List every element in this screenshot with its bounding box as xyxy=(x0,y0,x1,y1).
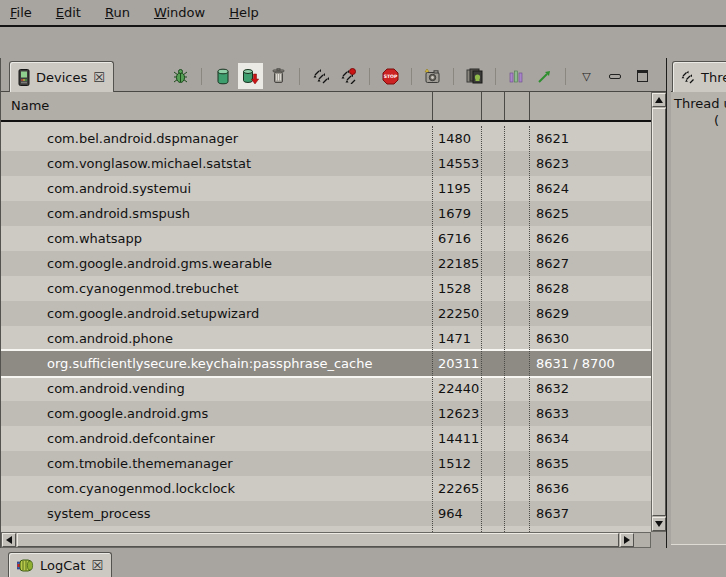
scroll-up-button[interactable] xyxy=(652,93,666,107)
cell-c3 xyxy=(481,251,504,276)
cell-pid: 22250 xyxy=(432,301,481,326)
tab-devices-close-icon[interactable]: ☒ xyxy=(93,71,105,84)
header-column-divider[interactable] xyxy=(432,92,433,120)
cell-name: com.android.smspush xyxy=(1,201,432,226)
menu-item-run[interactable]: Run xyxy=(105,5,130,20)
screen-capture-icon[interactable] xyxy=(423,66,442,86)
update-heap-icon[interactable] xyxy=(213,66,232,86)
table-row[interactable]: com.bel.android.dspmanager14808621 xyxy=(1,126,651,151)
devices-tab-row: Devices ☒ xyxy=(1,58,666,92)
cell-pid: 6716 xyxy=(432,226,481,251)
stop-process-icon[interactable]: STOP xyxy=(381,66,400,86)
view-menu-icon[interactable]: ▽ xyxy=(577,66,596,86)
scroll-down-button[interactable] xyxy=(652,517,666,531)
header-column-divider[interactable] xyxy=(481,92,482,120)
cell-c4 xyxy=(504,401,529,426)
table-row[interactable]: com.android.vending224408632 xyxy=(1,376,651,401)
systrace-icon[interactable] xyxy=(507,66,526,86)
table-row[interactable]: com.google.android.gms126238633 xyxy=(1,401,651,426)
table-row[interactable]: com.android.systemui11958624 xyxy=(1,176,651,201)
threads-message-line1: Thread up xyxy=(674,96,726,111)
cell-pid: 14411 xyxy=(432,426,481,451)
menu-item-window[interactable]: Window xyxy=(154,5,205,20)
column-header-name[interactable]: Name xyxy=(1,98,49,113)
table-row[interactable]: com.google.android.setupwizard222508629 xyxy=(1,301,651,326)
debug-attach-icon[interactable] xyxy=(171,66,190,86)
bottom-bar: LogCat ☒ xyxy=(0,548,726,577)
scroll-left-button[interactable] xyxy=(2,533,16,547)
table-row[interactable]: com.cyanogenmod.trebuchet15288628 xyxy=(1,276,651,301)
menu-item-file[interactable]: File xyxy=(10,5,32,20)
cell-name: com.vonglasow.michael.satstat xyxy=(1,151,432,176)
table-row[interactable]: com.android.phone14718630 xyxy=(1,326,651,351)
cell-name: com.android.phone xyxy=(1,326,432,351)
cell-name: com.bel.android.dspmanager xyxy=(1,126,432,151)
table-row[interactable]: com.android.smspush16798625 xyxy=(1,201,651,226)
cell-name: com.android.defcontainer xyxy=(1,426,432,451)
cell-c4 xyxy=(504,276,529,301)
column-divider xyxy=(529,126,530,532)
cell-pid: 1679 xyxy=(432,201,481,226)
threads-tab-row: Threa xyxy=(671,58,726,92)
table-row[interactable]: com.google.android.gms.wearable221858627 xyxy=(1,251,651,276)
devices-view: Devices ☒ xyxy=(0,58,666,548)
menu-item-edit[interactable]: Edit xyxy=(56,5,81,20)
scroll-right-button[interactable] xyxy=(620,533,634,547)
cell-port: 8629 xyxy=(529,301,651,326)
cell-pid: 14553 xyxy=(432,151,481,176)
cell-c4 xyxy=(504,501,529,526)
table-row-selected[interactable]: org.sufficientlysecure.keychain:passphra… xyxy=(1,351,651,376)
cell-pid: 1195 xyxy=(432,176,481,201)
horizontal-scrollbar[interactable] xyxy=(1,532,651,548)
tab-threads[interactable]: Threa xyxy=(672,61,726,92)
toolbar-separator xyxy=(299,68,300,85)
cell-c3 xyxy=(481,326,504,351)
table-row[interactable]: com.cyanogenmod.lockclock222658636 xyxy=(1,476,651,501)
table-row[interactable]: com.whatsapp67168626 xyxy=(1,226,651,251)
cell-name: com.tmobile.thememanager xyxy=(1,451,432,476)
cell-c4 xyxy=(504,126,529,151)
table-row[interactable]: com.android.defcontainer144118634 xyxy=(1,426,651,451)
table-row[interactable]: system_process9648637 xyxy=(1,501,651,526)
screen-views-icon[interactable] xyxy=(465,66,484,86)
main-area: Devices ☒ xyxy=(0,58,726,548)
horizontal-scrollbar-thumb[interactable] xyxy=(17,533,619,547)
threads-view: Threa Thread up ( xyxy=(671,58,726,548)
maximize-icon[interactable] xyxy=(633,66,652,86)
update-threads-icon[interactable] xyxy=(311,66,330,86)
cell-port: 8627 xyxy=(529,251,651,276)
device-phone-icon xyxy=(18,69,30,86)
cell-c3 xyxy=(481,376,504,401)
cell-name: com.cyanogenmod.trebuchet xyxy=(1,276,432,301)
tab-devices-label: Devices xyxy=(36,70,87,85)
cell-pid: 20311 xyxy=(432,351,481,376)
start-method-profiling-icon[interactable] xyxy=(339,66,358,86)
opengl-trace-icon[interactable] xyxy=(535,66,554,86)
minimize-icon[interactable] xyxy=(605,66,624,86)
cell-name: com.cyanogenmod.lockclock xyxy=(1,476,432,501)
cell-c4 xyxy=(504,176,529,201)
threads-content: Thread up ( xyxy=(671,92,726,545)
toolbar-separator xyxy=(565,68,566,85)
cell-c3 xyxy=(481,126,504,151)
menu-item-help[interactable]: Help xyxy=(229,5,259,20)
vertical-scrollbar-thumb[interactable] xyxy=(652,108,666,516)
tab-devices[interactable]: Devices ☒ xyxy=(9,61,114,92)
table-row[interactable]: com.vonglasow.michael.satstat145538623 xyxy=(1,151,651,176)
vertical-scrollbar[interactable] xyxy=(651,92,667,532)
table-row[interactable]: com.tmobile.thememanager15128635 xyxy=(1,451,651,476)
svg-text:STOP: STOP xyxy=(384,74,398,79)
tab-logcat[interactable]: LogCat ☒ xyxy=(8,552,112,577)
cell-c3 xyxy=(481,276,504,301)
device-table-header[interactable]: Name xyxy=(1,92,651,122)
cause-gc-icon[interactable] xyxy=(269,66,288,86)
dump-hprof-icon[interactable] xyxy=(241,66,260,86)
cell-pid: 22440 xyxy=(432,376,481,401)
tab-logcat-close-icon[interactable]: ☒ xyxy=(91,559,103,572)
cell-port: 8625 xyxy=(529,201,651,226)
cell-pid: 12623 xyxy=(432,401,481,426)
header-column-divider[interactable] xyxy=(504,92,505,120)
cell-pid: 1471 xyxy=(432,326,481,351)
header-column-divider[interactable] xyxy=(529,92,530,120)
cell-c3 xyxy=(481,226,504,251)
